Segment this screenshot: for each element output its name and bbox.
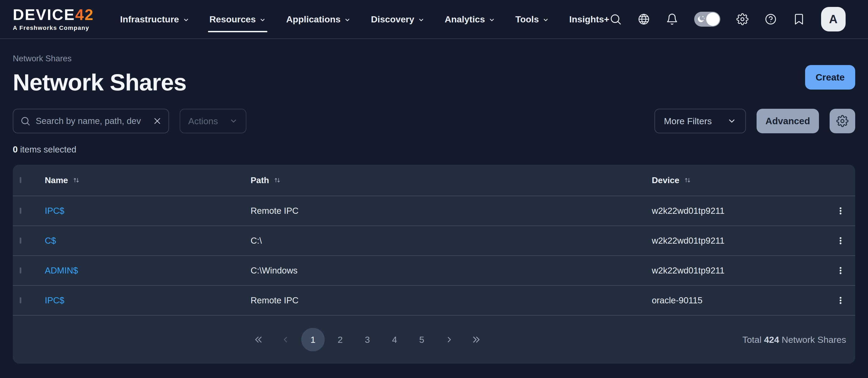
chevron-down-icon bbox=[542, 17, 549, 23]
table-footer: 1 2 3 4 5 Total 424 Network Shares bbox=[13, 316, 855, 364]
total-prefix: Total bbox=[742, 335, 764, 345]
chevron-down-icon bbox=[727, 117, 736, 126]
selected-text: items selected bbox=[18, 145, 76, 154]
nav-item-analytics[interactable]: Analytics bbox=[445, 0, 495, 39]
sort-icon[interactable] bbox=[273, 176, 281, 184]
selection-status: 0 items selected bbox=[13, 145, 855, 155]
nav-item-applications[interactable]: Applications bbox=[286, 0, 350, 39]
row-menu-kebab-icon[interactable] bbox=[833, 293, 848, 308]
globe-icon[interactable] bbox=[638, 13, 650, 25]
share-name-link[interactable]: IPC$ bbox=[45, 295, 64, 305]
moon-icon bbox=[696, 15, 705, 24]
page-button-5[interactable]: 5 bbox=[410, 328, 433, 351]
page-button-4[interactable]: 4 bbox=[383, 328, 406, 351]
select-all-checkbox[interactable] bbox=[20, 177, 21, 183]
row-checkbox[interactable] bbox=[20, 267, 21, 274]
more-filters-dropdown[interactable]: More Filters bbox=[654, 109, 746, 133]
search-icon[interactable] bbox=[610, 13, 622, 25]
gear-icon[interactable] bbox=[736, 13, 749, 25]
toolbar: Actions More Filters Advanced bbox=[13, 109, 855, 133]
bookmark-icon[interactable] bbox=[793, 13, 805, 25]
page-button-2[interactable]: 2 bbox=[329, 328, 352, 351]
total-number: 424 bbox=[764, 335, 779, 345]
table-row: C$ C:\ w2k22wd01tp9211 bbox=[13, 226, 855, 256]
logo-wordmark: DEVICE42 bbox=[13, 7, 94, 22]
table-row: ADMIN$ C:\Windows w2k22wd01tp9211 bbox=[13, 256, 855, 286]
logo-subtitle: A Freshworks Company bbox=[13, 25, 94, 31]
table-settings-button[interactable] bbox=[830, 109, 855, 133]
column-header-name[interactable]: Name bbox=[45, 176, 251, 185]
page-button-3[interactable]: 3 bbox=[355, 328, 379, 351]
nav-utilities: A bbox=[610, 7, 846, 31]
previous-page-button[interactable] bbox=[274, 328, 298, 351]
user-avatar[interactable]: A bbox=[821, 7, 846, 31]
row-menu-kebab-icon[interactable] bbox=[833, 263, 848, 278]
breadcrumb[interactable]: Network Shares bbox=[13, 54, 186, 63]
page-header: Network Shares Network Shares Create bbox=[0, 39, 868, 96]
column-label: Path bbox=[251, 176, 269, 185]
device42-logo[interactable]: DEVICE42 A Freshworks Company bbox=[13, 7, 94, 31]
sort-icon[interactable] bbox=[684, 176, 691, 184]
share-path: Remote IPC bbox=[251, 206, 652, 216]
double-chevron-right-icon bbox=[471, 335, 481, 345]
nav-item-label: Applications bbox=[286, 14, 340, 25]
help-icon[interactable] bbox=[765, 13, 777, 25]
row-checkbox[interactable] bbox=[20, 208, 21, 214]
share-path: Remote IPC bbox=[251, 295, 652, 306]
create-button[interactable]: Create bbox=[805, 65, 855, 90]
actions-dropdown[interactable]: Actions bbox=[180, 109, 246, 133]
share-path: C:\ bbox=[251, 235, 652, 246]
nav-item-label: Resources bbox=[210, 14, 256, 25]
first-page-button[interactable] bbox=[247, 328, 270, 351]
avatar-letter: A bbox=[829, 12, 838, 26]
search-input[interactable] bbox=[36, 116, 148, 126]
nav-item-infrastructure[interactable]: Infrastructure bbox=[120, 0, 189, 39]
logo-brand: DEVICE bbox=[13, 6, 75, 23]
last-page-button[interactable] bbox=[464, 328, 488, 351]
share-name-link[interactable]: IPC$ bbox=[45, 206, 64, 216]
table-header-row: Name Path Device bbox=[13, 165, 855, 196]
column-header-path[interactable]: Path bbox=[251, 176, 652, 185]
nav-item-label: Infrastructure bbox=[120, 14, 179, 25]
sort-icon[interactable] bbox=[72, 176, 80, 184]
logo-number: 42 bbox=[75, 6, 94, 23]
chevron-down-icon bbox=[229, 117, 238, 125]
chevron-right-icon bbox=[444, 335, 454, 344]
chevron-left-icon bbox=[281, 335, 290, 344]
search-box[interactable] bbox=[13, 109, 169, 133]
nav-item-label: Insights+ bbox=[569, 14, 609, 25]
nav-item-tools[interactable]: Tools bbox=[515, 0, 549, 39]
nav-item-insights[interactable]: Insights+ bbox=[569, 0, 609, 39]
nav-item-label: Discovery bbox=[371, 14, 414, 25]
column-label: Device bbox=[652, 176, 679, 185]
chevron-down-icon bbox=[183, 17, 189, 23]
dark-mode-toggle[interactable] bbox=[694, 12, 720, 27]
chevron-down-icon bbox=[344, 17, 350, 23]
table-row: IPC$ Remote IPC oracle-90115 bbox=[13, 286, 855, 316]
notifications-bell-icon[interactable] bbox=[666, 13, 678, 25]
row-checkbox[interactable] bbox=[20, 238, 21, 244]
chevron-down-icon bbox=[418, 17, 425, 23]
row-checkbox[interactable] bbox=[20, 297, 21, 303]
top-nav: DEVICE42 A Freshworks Company Infrastruc… bbox=[0, 0, 868, 39]
total-suffix: Network Shares bbox=[779, 335, 846, 345]
share-name-link[interactable]: ADMIN$ bbox=[45, 265, 78, 275]
row-menu-kebab-icon[interactable] bbox=[833, 233, 848, 248]
share-name-link[interactable]: C$ bbox=[45, 235, 56, 246]
actions-label: Actions bbox=[188, 116, 218, 126]
share-device: w2k22wd01tp9211 bbox=[652, 265, 826, 276]
clear-search-icon[interactable] bbox=[153, 117, 161, 125]
gear-icon bbox=[836, 115, 848, 127]
double-chevron-left-icon bbox=[253, 335, 264, 345]
page-button-1[interactable]: 1 bbox=[301, 328, 325, 351]
nav-item-discovery[interactable]: Discovery bbox=[371, 0, 425, 39]
network-shares-table: Name Path Device IPC$ Remote IPC w2k22wd… bbox=[13, 165, 855, 364]
nav-item-resources[interactable]: Resources bbox=[210, 0, 266, 39]
nav-item-label: Analytics bbox=[445, 14, 485, 25]
next-page-button[interactable] bbox=[437, 328, 461, 351]
pagination: 1 2 3 4 5 bbox=[247, 328, 488, 351]
row-menu-kebab-icon[interactable] bbox=[833, 204, 848, 218]
advanced-button[interactable]: Advanced bbox=[756, 109, 819, 133]
chevron-down-icon bbox=[489, 17, 495, 23]
column-header-device[interactable]: Device bbox=[652, 176, 826, 185]
